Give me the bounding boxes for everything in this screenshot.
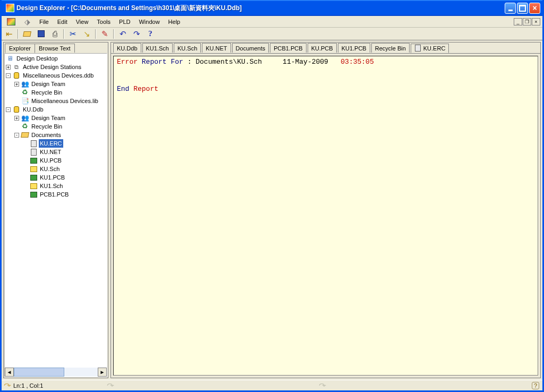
tree-root[interactable]: 🖥Design Desktop [5,54,107,63]
expand-icon[interactable]: + [14,82,19,87]
tab-ku1-pcb[interactable]: KU1.PCB [338,43,370,53]
report-for: Report For [138,58,183,66]
mdi-minimize-button[interactable]: _ [514,18,522,25]
doc-path: [C:\Documents and Settings\h301\桌面\新資料夾\… [71,4,242,12]
tab-ku-pcb[interactable]: KU.PCB [308,43,337,53]
report-end: End [117,85,133,93]
tree-doc-pcb1a[interactable]: PCB1.PCB [5,190,107,199]
redo-button[interactable]: ↷ [131,29,142,39]
tab-ku1-sch[interactable]: KU1.Sch [142,43,173,53]
tree-misc-lib[interactable]: 📑Miscellaneous Devices.lib [5,97,107,105]
mdi-close-button[interactable]: × [532,18,540,25]
menu-help[interactable]: Help [165,18,184,26]
tab-documents[interactable]: Documents [232,43,269,53]
tab-ku-net[interactable]: KU.NET [202,43,231,53]
app-window: Design Explorer - [C:\Documents and Sett… [0,0,544,392]
close-button[interactable]: × [529,3,540,14]
expand-icon[interactable]: + [14,116,19,121]
menu-icon-1[interactable] [4,17,19,27]
explorer-tabs: Explorer Browse Text [4,42,108,53]
scroll-thumb[interactable] [14,368,64,377]
tree-stations[interactable]: +⧉Active Design Stations [5,63,107,71]
brush-button[interactable]: ✎ [99,29,110,39]
tree-ku-recycle[interactable]: ♻Recycle Bin [5,122,107,131]
tab-ku-erc[interactable]: KU.ERC [411,44,449,53]
toolbar: ⇤ ⎙ ✂ ↘ ✎ ↶ ↷ ? [2,28,542,40]
tree-doc-sch[interactable]: KU.Sch [5,165,107,173]
titlebar: Design Explorer - [C:\Documents and Sett… [2,0,542,16]
help-button[interactable]: ? [145,29,156,39]
app-name: Design Explorer [16,4,65,12]
collapse-icon[interactable]: - [14,133,19,138]
explorer-panel: Explorer Browse Text 🖥Design Desktop +⧉A… [3,42,108,378]
window-title: Design Explorer - [C:\Documents and Sett… [16,4,242,13]
tree-doc-sch1[interactable]: KU1.Sch [5,182,107,190]
undo-button[interactable]: ↶ [117,29,128,39]
menu-tools[interactable]: Tools [93,18,114,26]
tree-doc-erc[interactable]: KU.ERC [5,139,107,148]
tree-doc-net[interactable]: KU.NET [5,148,107,156]
tree-ku-ddb[interactable]: -KU.Ddb [5,105,107,114]
minimize-button[interactable] [505,3,516,14]
collapse-icon[interactable]: - [6,107,11,112]
expand-icon[interactable]: + [6,65,11,70]
scroll-left-button[interactable]: ◄ [5,368,14,377]
tab-browse-text[interactable]: Browse Text [35,44,75,53]
arrow-button[interactable]: ↘ [81,29,92,39]
collapse-icon[interactable]: - [6,73,11,78]
menu-window[interactable]: Window [135,18,163,26]
tab-ku-sch[interactable]: KU.Sch [174,43,201,53]
document-tabs: KU.Ddb KU1.Sch KU.Sch KU.NET Documents P… [111,42,540,54]
report-time: 03:35:05 [341,58,373,66]
file-icon [414,45,422,52]
mdi-restore-button[interactable]: ❐ [523,18,531,25]
text-editor[interactable]: Error Report For : Documents\KU.Sch 11-M… [113,56,538,376]
status-arrow-icon: ↷ [107,382,114,389]
tree-misc-ddb[interactable]: -Miscellaneous Devices.ddb [5,71,107,80]
menubar: ⬗ File Edit View Tools PLD Window Help _… [2,16,542,28]
tree-doc-pcb[interactable]: KU.PCB [5,156,107,165]
tree-collapse-button[interactable]: ⇤ [4,29,14,39]
status-arrow-icon: ↷ [319,382,326,389]
maximize-button[interactable] [517,3,528,14]
menu-edit[interactable]: Edit [54,18,71,26]
report-end2: Report [133,85,158,93]
status-position: Ln:1 , Col:1 [13,382,43,389]
status-arrow-icon: ↷ [4,382,11,389]
menu-file[interactable]: File [36,18,53,26]
tab-ku-ddb[interactable]: KU.Ddb [113,43,141,53]
menu-view[interactable]: View [72,18,92,26]
save-button[interactable] [36,29,46,39]
tree-ku-docs[interactable]: -Documents [5,131,107,139]
content-area: Explorer Browse Text 🖥Design Desktop +⧉A… [2,40,542,380]
report-error: Error [117,58,138,66]
tree-misc-team[interactable]: +👥Design Team [5,80,107,88]
scroll-right-button[interactable]: ► [98,368,107,377]
print-button[interactable]: ⎙ [49,29,60,39]
tree-hscrollbar[interactable]: ◄ ► [5,368,107,377]
status-help-icon[interactable]: ? [532,382,539,389]
cut-button[interactable]: ✂ [67,29,78,39]
open-button[interactable] [22,29,32,39]
tree-doc-pcb1[interactable]: KU1.PCB [5,173,107,182]
tree-ku-team[interactable]: +👥Design Team [5,114,107,122]
document-panel: KU.Ddb KU1.Sch KU.Sch KU.NET Documents P… [110,42,541,378]
app-icon [6,4,14,12]
report-path: : Documents\KU.Sch 11-May-2009 [183,58,341,66]
menu-pld[interactable]: PLD [115,18,134,26]
tab-recycle-bin[interactable]: Recycle Bin [371,43,410,53]
tree-view[interactable]: 🖥Design Desktop +⧉Active Design Stations… [4,53,107,377]
statusbar: ↷ Ln:1 , Col:1 ↷ ↷ ? [2,380,542,390]
tab-pcb1-pcb[interactable]: PCB1.PCB [270,43,306,53]
tab-explorer[interactable]: Explorer [5,44,35,53]
menu-icon-2[interactable]: ⬗ [20,17,35,27]
tree-misc-recycle[interactable]: ♻Recycle Bin [5,88,107,97]
